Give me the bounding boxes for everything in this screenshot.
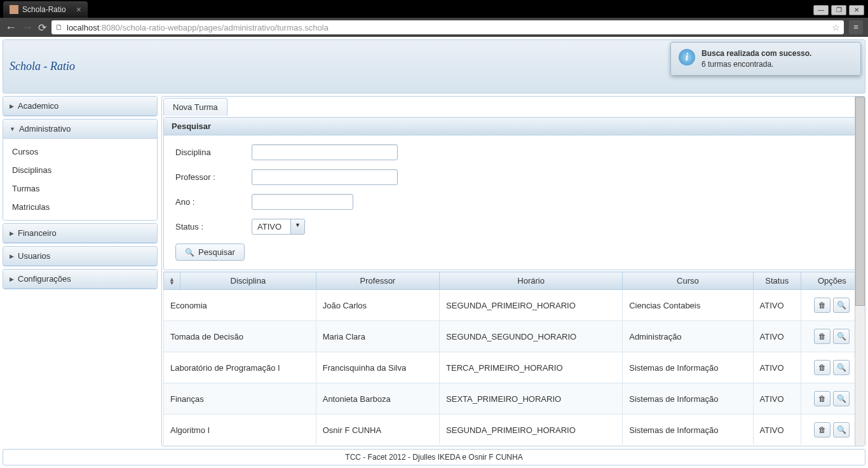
sidebar-item-disciplinas[interactable]: Disciplinas [3,161,157,179]
trash-icon: 🗑 [818,394,826,403]
sidebar-label: Administrativo [19,124,71,134]
search-icon: 🔍 [837,425,846,434]
maximize-button[interactable]: ❐ [831,5,846,15]
search-icon: 🔍 [185,248,194,257]
cell-horario: SEXTA_PRIMEIRO_HORARIO [440,383,623,415]
sidebar-label: Academico [18,101,58,111]
cell-horario: SEGUNDA_PRIMEIRO_HORARIO [440,415,623,445]
cell-curso: Sistemas de Informação [623,383,753,415]
delete-button[interactable]: 🗑 [814,391,831,406]
close-tab-icon[interactable]: × [76,4,81,15]
browser-tab[interactable]: Schola-Ratio × [3,1,88,18]
col-disciplina[interactable]: Disciplina [180,272,316,290]
pesquisar-button[interactable]: 🔍 Pesquisar [175,244,245,261]
tab-title: Schola-Ratio [22,5,66,14]
pesquisar-label: Pesquisar [198,247,235,257]
search-panel: Pesquisar Disciplina Professor : Ano : [163,117,864,270]
sidebar-item-matriculas[interactable]: Matriculas [3,198,157,216]
col-status[interactable]: Status [753,272,801,290]
delete-button[interactable]: 🗑 [814,360,831,375]
cell-disciplina: Economia [164,290,316,321]
app-body: ▶ Academico ▼ Administrativo Cursos Disc… [0,96,868,449]
status-select[interactable]: ATIVO ▼ [252,219,305,235]
url-host: localhost [67,23,99,32]
professor-input[interactable] [252,169,398,185]
trash-icon: 🗑 [818,425,826,434]
sidebar-header-usuarios[interactable]: ▶ Usuarios [3,247,157,266]
cell-professor: Antonieta Barboza [316,383,439,415]
sidebar-item-cursos[interactable]: Cursos [3,142,157,161]
cell-curso: Sistemas de Informação [623,352,753,383]
window-controls: — ❐ ✕ [813,5,868,18]
view-button[interactable]: 🔍 [833,391,850,406]
col-horario[interactable]: Horário [440,272,623,290]
toast-notification: i Busca realizada com sucesso. 6 turmas … [670,42,861,76]
view-button[interactable]: 🔍 [833,298,850,313]
cell-horario: SEGUNDA_SEGUNDO_HORARIO [440,321,623,352]
cell-status: ATIVO [753,415,801,445]
sidebar-section-financeiro: ▶ Financeiro [3,223,158,244]
scrollbar-thumb[interactable] [855,97,865,306]
cell-status: ATIVO [753,352,801,383]
sidebar-item-turmas[interactable]: Turmas [3,179,157,198]
back-button[interactable]: ← [5,21,17,34]
chevron-down-icon[interactable]: ▼ [290,219,304,234]
cell-opcoes: 🗑🔍 [801,290,863,321]
cell-professor: Francisquinha da Silva [316,352,439,383]
sidebar: ▶ Academico ▼ Administrativo Cursos Disc… [3,96,158,446]
cell-disciplina: Tomada de Decisão [164,321,316,352]
sidebar-section-administrativo: ▼ Administrativo Cursos Disciplinas Turm… [3,119,158,221]
view-button[interactable]: 🔍 [833,422,850,437]
col-curso[interactable]: Curso [623,272,753,290]
sidebar-label: Configurações [18,274,71,284]
scrollbar[interactable] [855,97,865,446]
cell-curso: Ciencias Contabeis [623,290,753,321]
sidebar-header-administrativo[interactable]: ▼ Administrativo [3,120,157,139]
chevron-down-icon: ▼ [10,126,15,132]
footer: TCC - Facet 2012 - Djulles IKEDA e Osnir… [3,449,865,465]
chevron-right-icon: ▶ [10,276,14,282]
trash-icon: 🗑 [818,301,826,310]
search-icon: 🔍 [837,301,846,310]
url-bar[interactable]: 🗋 localhost:8080/schola-ratio-webapp/pag… [51,20,844,34]
reload-button[interactable]: ⟳ [38,22,46,34]
chevron-right-icon: ▶ [10,230,14,237]
ano-input[interactable] [252,194,353,210]
table-row: Algoritmo IOsnir F CUNHASEGUNDA_PRIMEIRO… [164,415,864,445]
table-row: EconomiaJoão CarlosSEGUNDA_PRIMEIRO_HORA… [164,290,864,321]
sort-handle[interactable]: ▲▼ [164,272,180,290]
cell-curso: Sistemas de Informação [623,415,753,445]
results-table-wrap: ▲▼ Disciplina Professor Horário Curso St… [163,272,864,444]
table-row: FinançasAntonieta BarbozaSEXTA_PRIMEIRO_… [164,383,864,415]
tab-nova-turma[interactable]: Nova Turma [163,98,227,116]
app-viewport: Schola - Ratio Olá admin Logout i Busca … [0,37,868,468]
sidebar-header-configuracoes[interactable]: ▶ Configurações [3,270,157,289]
tab-strip: Nova Turma [162,97,865,116]
forward-button[interactable]: → [22,21,33,34]
bookmark-icon[interactable]: ☆ [832,22,840,32]
toast-detail: 6 turmas encontrada. [702,60,811,69]
minimize-button[interactable]: — [813,5,829,15]
disciplina-label: Disciplina [175,148,252,157]
sidebar-header-financeiro[interactable]: ▶ Financeiro [3,224,157,243]
search-icon: 🔍 [837,363,846,372]
cell-disciplina: Laboratório de Programação I [164,352,316,383]
close-window-button[interactable]: ✕ [849,5,864,15]
status-label: Status : [175,222,252,231]
cell-disciplina: Algoritmo I [164,415,316,445]
delete-button[interactable]: 🗑 [814,329,831,344]
view-button[interactable]: 🔍 [833,360,850,375]
disciplina-input[interactable] [252,144,398,160]
sidebar-header-academico[interactable]: ▶ Academico [3,97,157,116]
col-opcoes[interactable]: Opções [801,272,863,290]
col-professor[interactable]: Professor [316,272,439,290]
page-icon: 🗋 [55,23,63,32]
delete-button[interactable]: 🗑 [814,298,831,313]
table-row: Tomada de DecisãoMaria ClaraSEGUNDA_SEGU… [164,321,864,352]
professor-label: Professor : [175,172,252,182]
view-button[interactable]: 🔍 [833,329,850,344]
browser-menu-button[interactable]: ≡ [849,20,863,34]
trash-icon: 🗑 [818,332,826,341]
delete-button[interactable]: 🗑 [814,422,831,437]
cell-horario: SEGUNDA_PRIMEIRO_HORARIO [440,290,623,321]
